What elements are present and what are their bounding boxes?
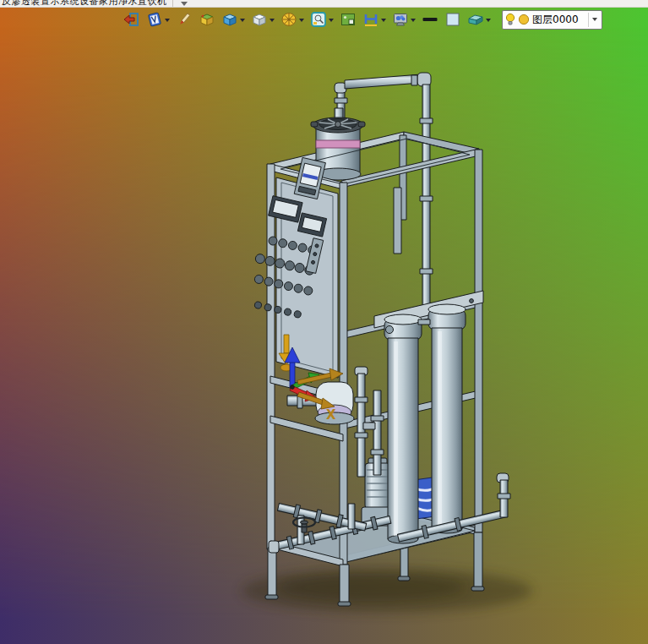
yellow-cube-icon	[199, 11, 215, 28]
chevron-down-icon[interactable]	[411, 19, 416, 22]
tab-separator	[172, 0, 173, 7]
chevron-down-icon[interactable]	[486, 19, 491, 22]
image-icon	[340, 11, 357, 28]
filter-right[interactable]	[428, 304, 466, 533]
toolbar-color-wheel-button[interactable]	[280, 11, 304, 28]
color-swatch-icon	[444, 11, 461, 28]
toolbar-monitor-cloud-button[interactable]	[392, 11, 416, 28]
layer-combo-dropdown[interactable]	[588, 13, 600, 27]
chevron-down-icon[interactable]	[299, 19, 304, 22]
application-window: X 反渗透装置示系统设备家用净水直饮机 图层0000	[0, 0, 648, 644]
pencil-icon	[176, 11, 193, 28]
toolbar-blue-cube-button[interactable]	[221, 11, 245, 28]
toolbar-white-cube-button[interactable]	[251, 11, 275, 28]
toolbar-teal-wedge-button[interactable]	[467, 11, 491, 28]
magnifier-view-icon	[310, 11, 327, 28]
toolbar-yellow-cube-button[interactable]	[199, 11, 215, 28]
model-shadow	[242, 569, 532, 613]
chevron-down-icon[interactable]	[381, 19, 386, 22]
toolbar-image-button[interactable]	[340, 11, 357, 28]
filter-left[interactable]	[384, 314, 422, 543]
chevron-down-icon[interactable]	[165, 19, 170, 22]
toolbar-exit-door-button[interactable]	[123, 11, 140, 28]
chevron-down-icon[interactable]	[240, 19, 245, 22]
bed-frame-icon	[362, 11, 379, 28]
chevron-down-icon[interactable]	[270, 19, 275, 22]
white-cube-icon	[251, 11, 268, 28]
gizmo-x-label: X	[326, 407, 336, 423]
chevron-down-icon	[592, 18, 597, 21]
toolbar: 图层0000	[0, 7, 602, 32]
toolbar-color-swatch-button[interactable]	[444, 11, 461, 28]
layer-name: 图层0000	[532, 13, 585, 27]
toolbar-pencil-button[interactable]	[176, 11, 193, 28]
teal-wedge-icon	[467, 11, 484, 28]
layer-color-circle-icon[interactable]	[518, 14, 530, 25]
notebook-icon	[146, 11, 163, 28]
chevron-down-icon[interactable]	[329, 19, 334, 22]
chevron-down-icon[interactable]	[181, 2, 188, 6]
monitor-cloud-icon	[392, 11, 409, 28]
toolbar-bed-frame-button[interactable]	[362, 11, 386, 28]
toolbar-notebook-button[interactable]	[146, 11, 170, 28]
viewport-3d[interactable]: X	[0, 0, 648, 644]
thick-line-icon	[422, 11, 438, 28]
exit-door-icon	[123, 11, 140, 28]
layer-combobox[interactable]: 图层0000	[502, 10, 602, 30]
color-wheel-icon	[280, 11, 297, 28]
lightbulb-icon[interactable]	[505, 13, 515, 26]
toolbar-magnifier-view-button[interactable]	[310, 11, 334, 28]
toolbar-thick-line-button[interactable]	[422, 11, 438, 28]
blue-cube-icon	[221, 11, 238, 28]
